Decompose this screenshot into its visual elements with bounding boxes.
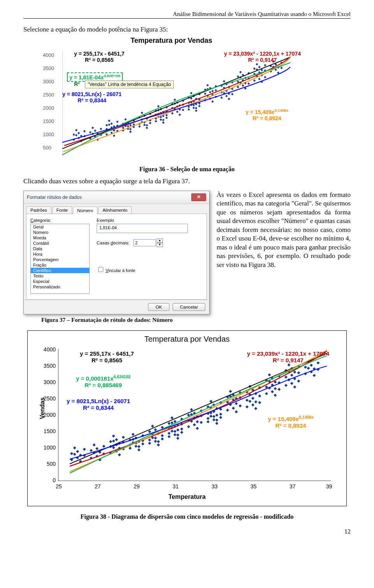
chart2-eqn-log: y = 8021,5Ln(x) - 26071R² = 0,8344 (67, 398, 130, 411)
tab-padroes[interactable]: Padrões (26, 206, 51, 214)
chart2-ytick: 3000 (40, 379, 56, 385)
close-icon[interactable]: ✕ (191, 193, 206, 201)
chart2-ytick: 500 (40, 461, 56, 467)
list-item[interactable]: Moeda (31, 235, 89, 240)
list-item-selected[interactable]: Científico (31, 268, 89, 273)
chart2-eqn-poly: y = 23,039x² - 1220,1x + 17074R² = 0,914… (247, 350, 329, 363)
chart2-xlabel: Temperatura (33, 493, 341, 500)
chart2-ytick: 1000 (40, 444, 56, 451)
chart1-ytick: 1000 (43, 132, 54, 137)
chart1-ytick: 2500 (43, 92, 54, 98)
chart2-ytick: 0 (40, 477, 56, 483)
chart2-eqn-exp: y = 15,409e0,1458x R² = 0,8924 (268, 415, 314, 429)
tab-numero[interactable]: Número (73, 207, 97, 214)
chart2-xtick: 33 (212, 483, 218, 490)
chart2-eqn-power: y = 0,000181x4,624102 R² = 0,885469 (76, 374, 131, 388)
tab-alinhamento[interactable]: Alinhamento (98, 206, 132, 214)
chart2-ytick: 4000 (40, 346, 56, 353)
chart1-ytick: 1500 (43, 118, 54, 124)
chart1-eqn-linear: y = 255,17x - 6451,7R² = 0,8565 (74, 51, 125, 63)
chart1-ytick: 4000 (43, 52, 54, 58)
chart2-xtick: 29 (134, 483, 140, 490)
decimals-spinner[interactable]: ▲ ▼ (133, 239, 163, 247)
chart1-eqn-poly: y = 23,039x² - 1220,1x + 17074R² = 0,914… (224, 51, 301, 63)
figure-38-chart-box: Temperatura por Vendas Vendas 4000 3500 … (27, 330, 347, 506)
tab-fonte[interactable]: Fonte (52, 206, 72, 214)
chart2-eqn-linear: y = 255,17x - 6451,7R² = 0,8565 (80, 350, 134, 363)
running-header: Análise Bidimensional de Variáveis Quant… (23, 11, 351, 18)
chart2-xtick: 27 (95, 483, 101, 490)
list-item[interactable]: Contábil (31, 240, 89, 246)
chart1-eqn-power-r2: R² (74, 81, 80, 87)
figure-38-caption: Figura 38 - Diagrama de dispersão com ci… (23, 513, 351, 520)
example-label: Exemplo (97, 218, 203, 223)
list-item[interactable]: Personalizado (31, 284, 89, 290)
chart1-eqn-log: y = 8021,5Ln(x) - 26071R² = 0,8344 (62, 91, 122, 104)
explanation-paragraph: Às vezes o Excel apresenta os dados em f… (217, 191, 351, 269)
chart1-ytick: 3000 (43, 79, 54, 84)
decimals-input[interactable] (133, 239, 156, 246)
chart2-title: Temperatura por Vendas (33, 335, 341, 344)
chart1-ytick: 2000 (43, 105, 54, 111)
category-listbox[interactable]: Geral Número Moeda Contábil Data Hora Po… (30, 224, 90, 294)
chart2-ytick: 1500 (40, 428, 56, 434)
format-data-labels-dialog: Formatar rótulos de dados ✕ Padrões Font… (23, 191, 210, 314)
link-source-checkbox[interactable] (98, 267, 103, 272)
link-source-label: Vincular à fonte (106, 268, 135, 273)
decimals-label: Casas decimais: (97, 240, 129, 245)
cancel-button[interactable]: Cancelar (173, 303, 205, 311)
chart1-ytick: 3500 (43, 65, 54, 71)
list-item[interactable]: Texto (31, 273, 89, 279)
figure-36-caption: Figura 36 - Seleção de uma equação (23, 166, 351, 173)
figure-36-chart: Temperatura por Vendas 4000 3500 3000 25… (39, 37, 351, 161)
category-label: Categoria: (30, 218, 90, 223)
list-item[interactable]: Número (31, 230, 89, 235)
ok-button[interactable]: OK (148, 303, 169, 311)
header-rule (23, 18, 351, 19)
list-item[interactable]: Data (31, 246, 89, 251)
page-number: 12 (23, 528, 351, 535)
midline-text: Clicando duas vezes sobre a equação surg… (23, 177, 351, 185)
chart2-ytick: 2000 (40, 412, 56, 418)
figure-37-caption: Figura 37 – Formatação de rótulo de dado… (41, 317, 351, 323)
chart2-xtick: 25 (56, 483, 62, 490)
chart2-ytick: 3500 (40, 363, 56, 369)
chart2-xtick: 31 (173, 483, 179, 490)
dialog-tabs: Padrões Fonte Número Alinhamento (24, 204, 209, 214)
list-item[interactable]: Hora (31, 251, 89, 257)
example-value: 1,81E-04 (97, 224, 188, 233)
chart2-xtick: 39 (326, 483, 332, 490)
chart1-title: Temperatura por Vendas (39, 37, 304, 45)
chart1-eqn-exp: y = 15,409e0,1458x R² = 0,8924 (245, 108, 288, 121)
chart2-xtick: 37 (289, 483, 296, 490)
chart2-xtick: 35 (251, 483, 257, 490)
chart2-ytick: 2500 (40, 395, 56, 402)
chart1-plot (62, 51, 292, 156)
dialog-title: Formatar rótulos de dados (27, 195, 82, 200)
list-item[interactable]: Fração (31, 262, 89, 268)
list-item[interactable]: Porcentagem (31, 257, 89, 262)
chart1-ytick: 500 (43, 145, 51, 151)
chart1-tooltip: "Vendas" Linha de tendência 4 Equação (85, 81, 174, 88)
intro-line: Selecione a equação do modelo potência n… (23, 26, 351, 33)
spin-up-icon[interactable]: ▲ (157, 239, 163, 243)
spin-down-icon[interactable]: ▼ (157, 243, 163, 247)
list-item[interactable]: Geral (31, 224, 89, 230)
list-item[interactable]: Especial (31, 279, 89, 284)
